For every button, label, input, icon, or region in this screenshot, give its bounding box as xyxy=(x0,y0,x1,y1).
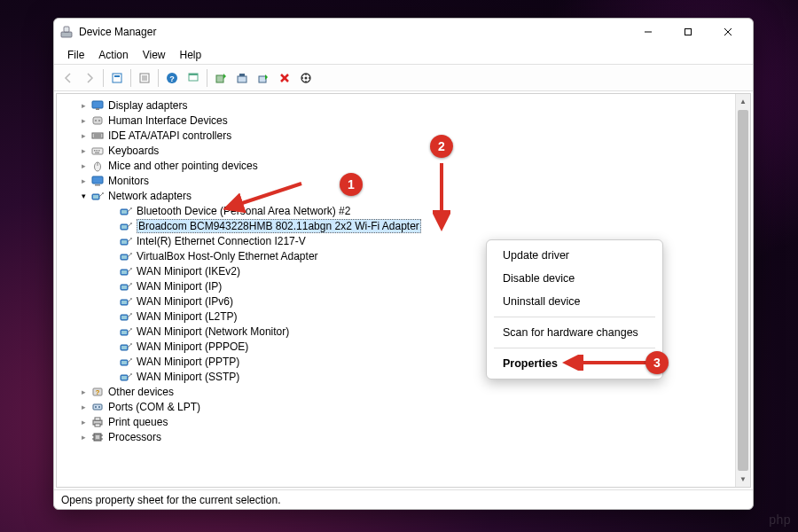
chevron-right-icon[interactable]: ▸ xyxy=(78,176,89,186)
device-label: WAN Miniport (PPPOE) xyxy=(137,340,248,353)
category-label: Print queues xyxy=(108,416,168,428)
keyboard-icon xyxy=(90,144,105,158)
tree-device[interactable]: Bluetooth Device (Personal Area Network)… xyxy=(57,203,735,218)
net-icon xyxy=(119,355,133,369)
cpu-icon xyxy=(90,430,105,444)
scroll-thumb[interactable] xyxy=(738,110,748,471)
menu-file[interactable]: File xyxy=(61,47,90,63)
net-icon xyxy=(119,279,133,293)
forward-button[interactable] xyxy=(79,67,100,89)
svg-rect-60 xyxy=(121,286,127,289)
chevron-right-icon[interactable]: ▸ xyxy=(78,130,89,141)
tree-category[interactable]: ▸Keyboards xyxy=(57,143,735,158)
action-toolbar-button[interactable] xyxy=(183,67,204,89)
chevron-right-icon[interactable]: ▸ xyxy=(78,160,89,171)
scroll-up-icon[interactable]: ▲ xyxy=(736,94,750,109)
svg-rect-1 xyxy=(64,27,69,32)
maximize-button[interactable] xyxy=(668,20,708,44)
svg-rect-45 xyxy=(121,210,127,214)
enable-disable-button[interactable] xyxy=(253,67,274,89)
net-icon xyxy=(119,264,133,278)
svg-rect-57 xyxy=(121,270,127,274)
category-label: Mice and other pointing devices xyxy=(108,160,258,172)
scan-button[interactable] xyxy=(295,67,317,89)
chevron-right-icon[interactable]: ▸ xyxy=(78,115,89,126)
show-hidden-button[interactable] xyxy=(106,67,128,89)
context-menu-item[interactable]: Update driver xyxy=(487,244,662,267)
chevron-right-icon[interactable]: ▸ xyxy=(78,432,89,442)
chevron-right-icon[interactable]: ▸ xyxy=(78,145,89,156)
minimize-button[interactable] xyxy=(628,20,668,44)
annotation-marker-3: 3 xyxy=(645,351,669,374)
tree-category[interactable]: ▸Display adapters xyxy=(57,98,735,113)
svg-point-58 xyxy=(130,268,132,270)
annotation-marker-2: 2 xyxy=(430,135,453,158)
ports-icon xyxy=(90,400,105,414)
net-icon xyxy=(90,189,105,203)
annotation-marker-1: 1 xyxy=(340,173,363,196)
ide-icon xyxy=(90,129,105,143)
svg-line-94 xyxy=(226,184,301,208)
svg-point-27 xyxy=(95,120,97,121)
tree-category[interactable]: ▸Human Interface Devices xyxy=(57,113,735,128)
chevron-down-icon[interactable]: ▾ xyxy=(78,191,89,201)
tree-category[interactable]: ▸Mice and other pointing devices xyxy=(57,158,735,173)
chevron-right-icon[interactable]: ▸ xyxy=(78,387,89,397)
net-icon xyxy=(119,370,133,384)
menu-action[interactable]: Action xyxy=(92,47,134,63)
svg-point-52 xyxy=(130,238,132,239)
net-icon xyxy=(119,249,133,263)
scrollbar[interactable]: ▲ ▼ xyxy=(735,94,750,487)
tree-category[interactable]: ▸Print queues xyxy=(57,414,735,429)
properties-toolbar-button[interactable] xyxy=(134,67,155,89)
svg-rect-33 xyxy=(94,150,96,152)
delete-button[interactable] xyxy=(274,67,295,89)
menu-help[interactable]: Help xyxy=(174,47,208,63)
window-title: Device Manager xyxy=(79,26,628,38)
toolbar: ? xyxy=(54,65,753,91)
menu-view[interactable]: View xyxy=(137,47,172,63)
device-label: WAN Miniport (L2TP) xyxy=(137,310,238,323)
chevron-right-icon[interactable]: ▸ xyxy=(78,402,89,412)
svg-rect-0 xyxy=(61,32,72,37)
chevron-right-icon[interactable]: ▸ xyxy=(78,417,89,427)
tree-category[interactable]: ▸Processors xyxy=(57,429,735,444)
tree-category[interactable]: ▸Ports (COM & LPT) xyxy=(57,399,735,414)
help-toolbar-button[interactable]: ? xyxy=(161,67,183,89)
close-button[interactable] xyxy=(708,20,747,44)
net-icon xyxy=(119,204,133,218)
svg-rect-17 xyxy=(238,76,246,82)
chevron-right-icon[interactable]: ▸ xyxy=(78,100,89,111)
svg-rect-89 xyxy=(96,435,99,439)
back-button[interactable] xyxy=(58,67,79,89)
context-menu-item[interactable]: Disable device xyxy=(487,267,662,290)
uninstall-button[interactable] xyxy=(231,67,253,89)
scroll-down-icon[interactable]: ▼ xyxy=(736,472,750,487)
tree-category[interactable]: ▾Network adapters xyxy=(57,188,735,203)
tree-category[interactable]: ▸Monitors xyxy=(57,173,735,188)
svg-point-84 xyxy=(98,406,100,408)
svg-rect-66 xyxy=(121,316,127,319)
context-menu-item[interactable]: Scan for hardware changes xyxy=(487,321,662,344)
svg-rect-36 xyxy=(95,152,99,153)
svg-rect-35 xyxy=(98,150,100,152)
tree-device[interactable]: Broadcom BCM943228HMB 802.11abgn 2x2 Wi-… xyxy=(57,218,735,233)
tree-category[interactable]: ▸?Other devices xyxy=(57,384,735,399)
svg-point-73 xyxy=(130,343,132,345)
tree-category[interactable]: ▸IDE ATA/ATAPI controllers xyxy=(57,128,735,143)
svg-point-28 xyxy=(98,120,100,121)
update-driver-button[interactable] xyxy=(210,67,231,89)
status-text: Opens property sheet for the current sel… xyxy=(61,494,280,506)
device-label: WAN Miniport (IPv6) xyxy=(137,295,233,308)
svg-point-43 xyxy=(102,192,104,194)
svg-rect-18 xyxy=(239,74,245,76)
category-label: Network adapters xyxy=(108,190,192,202)
svg-rect-87 xyxy=(95,424,100,426)
titlebar[interactable]: Device Manager xyxy=(54,19,753,45)
annotation-arrow-3 xyxy=(559,355,652,371)
svg-point-61 xyxy=(130,283,132,285)
category-label: Human Interface Devices xyxy=(108,114,228,127)
svg-rect-72 xyxy=(121,346,127,349)
context-menu-item[interactable]: Uninstall device xyxy=(487,290,662,313)
svg-rect-51 xyxy=(121,240,127,244)
